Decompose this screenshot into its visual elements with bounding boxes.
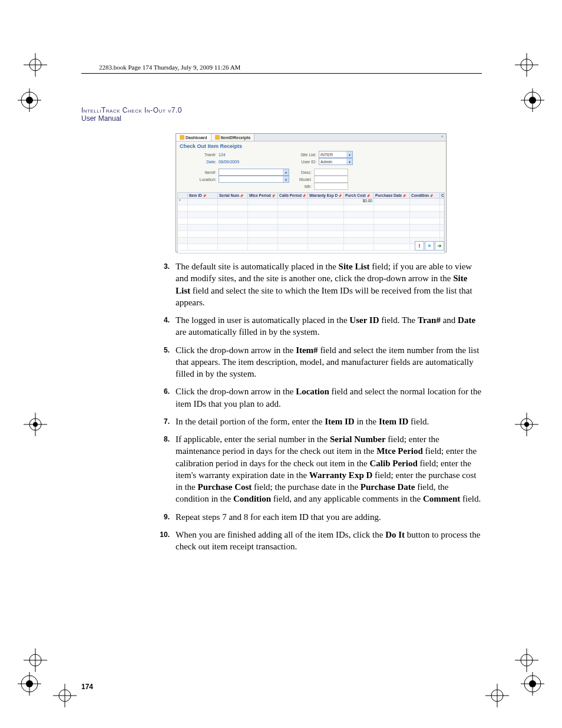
product-title: IntelliTrack Check In-Out v7.0 (81, 106, 182, 114)
step-6: 6.Click the drop-down arrow in the Locat… (81, 386, 482, 410)
reg-mark-icon (24, 413, 47, 436)
tab-icon (215, 135, 220, 140)
tab-itemidreceipts[interactable]: ItemIDReceipts (211, 134, 255, 141)
reg-mark-icon (515, 53, 538, 77)
tran-value: 124 (219, 153, 226, 157)
app-screenshot: Dashboard ItemIDReceipts × Check Out Ite… (176, 133, 447, 252)
date-label: Date: (194, 160, 219, 164)
model-label: Model: (294, 177, 314, 182)
reg-mark-icon (515, 413, 538, 436)
chevron-down-icon: ▾ (283, 176, 289, 182)
mfr-field[interactable] (314, 183, 348, 190)
running-head: IntelliTrack Check In-Out v7.0 User Manu… (81, 106, 482, 123)
page-number: 174 (81, 683, 93, 691)
step-4: 4.The logged in user is automatically pl… (81, 314, 482, 338)
reg-mark-icon (521, 672, 544, 696)
item-dropdown[interactable]: ▾ (219, 169, 289, 176)
step-8: 8.If applicable, enter the serial number… (81, 433, 482, 505)
book-header: 2283.book Page 174 Thursday, July 9, 200… (99, 64, 482, 71)
cancel-icon[interactable]: × (425, 241, 434, 251)
grid-body[interactable]: * $0.00 (177, 199, 445, 253)
chevron-down-icon: ▾ (346, 151, 352, 157)
grid-header: Item ID📌 Serial Num📌 Mtce Period📌 Calib … (177, 192, 445, 199)
reg-mark-icon (18, 88, 41, 112)
doit-icon[interactable]: ➜ (435, 241, 444, 251)
chevron-down-icon: ▾ (283, 169, 289, 175)
sitelist-dropdown[interactable]: INTER▾ (319, 151, 353, 158)
instruction-list: 3.The default site is automatically plac… (81, 261, 482, 552)
tab-icon (180, 135, 184, 140)
model-field[interactable] (314, 176, 348, 183)
step-9: 9.Repeat steps 7 and 8 for each item ID … (81, 511, 482, 523)
page-content: 2283.book Page 174 Thursday, July 9, 200… (81, 64, 482, 558)
reg-mark-icon (53, 684, 77, 707)
step-5: 5.Click the drop-down arrow in the Item#… (81, 344, 482, 380)
alert-icon[interactable]: ! (415, 241, 424, 251)
tran-label: Tran#: (194, 153, 219, 157)
reg-mark-icon (24, 53, 47, 77)
reg-mark-icon (485, 684, 509, 707)
desc-field[interactable] (314, 169, 348, 176)
reg-mark-icon (18, 672, 41, 696)
sitelist-label: Site List: (294, 153, 319, 157)
step-7: 7.In the detail portion of the form, ent… (81, 416, 482, 427)
mfr-label: Mfr: (294, 185, 314, 189)
step-3: 3.The default site is automatically plac… (81, 261, 482, 308)
desc-label: Desc: (294, 170, 314, 174)
step-10: 10.When you are finished adding all of t… (81, 529, 482, 553)
form-title: Check Out Item Receipts (176, 141, 446, 151)
detail-grid: Item ID📌 Serial Num📌 Mtce Period📌 Calib … (177, 192, 445, 253)
item-label: Item#: (194, 170, 219, 174)
tab-dashboard[interactable]: Dashboard (176, 134, 211, 141)
date-value: 08/09/2009 (219, 160, 239, 164)
location-label: Location: (194, 177, 219, 182)
close-icon[interactable]: × (438, 134, 446, 141)
location-dropdown[interactable]: ▾ (219, 176, 289, 183)
userid-dropdown[interactable]: Admin▾ (319, 158, 353, 165)
doc-type: User Manual (81, 114, 121, 123)
reg-mark-icon (521, 88, 544, 112)
reg-mark-icon (515, 648, 538, 672)
reg-mark-icon (24, 648, 47, 672)
table-row[interactable]: * $0.00 (178, 199, 444, 205)
chevron-down-icon: ▾ (346, 159, 352, 164)
userid-label: User ID: (294, 160, 319, 164)
tab-bar: Dashboard ItemIDReceipts × (176, 134, 446, 141)
footer-buttons: ! × ➜ (415, 241, 444, 251)
